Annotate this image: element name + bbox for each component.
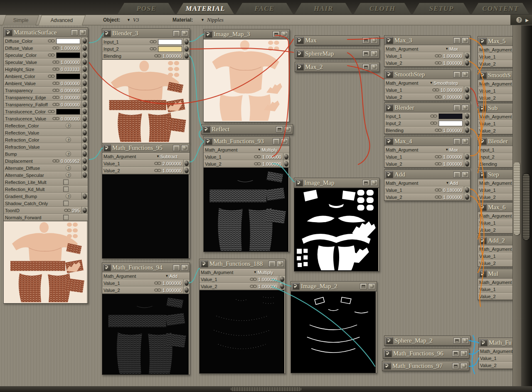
param-row[interactable]: Blending1.000000 — [384, 127, 470, 134]
plug-connector[interactable] — [183, 52, 190, 59]
plug-connector[interactable] — [81, 129, 88, 136]
plug-connector[interactable] — [81, 73, 88, 80]
tab-simple-view[interactable]: Simple — [2, 15, 39, 25]
node-math-functions-95[interactable]: Math_Functions_95Math_Argument▼SubtractV… — [102, 143, 190, 259]
tab-pose[interactable]: POSE — [118, 3, 175, 14]
node-arrow-icon[interactable] — [479, 38, 487, 45]
node-image-map[interactable]: Image_Map — [294, 178, 379, 272]
plug-connector[interactable] — [464, 113, 470, 120]
node-arrow-icon[interactable] — [296, 37, 304, 44]
node-arrow-icon[interactable] — [202, 126, 210, 133]
node-header[interactable]: Image_Map_3 — [204, 29, 289, 39]
argument-dropdown[interactable]: ▼Multiply — [258, 147, 278, 152]
node-reflect[interactable]: Reflect — [201, 124, 293, 135]
node-arrow-icon[interactable] — [296, 64, 304, 71]
plug-connector[interactable] — [81, 143, 88, 150]
preview-toggle-icon[interactable] — [461, 350, 468, 357]
param-row[interactable]: Math_Argument▼Add — [384, 179, 470, 186]
node-header[interactable]: SmoothStep — [384, 70, 470, 79]
preview-toggle-icon[interactable] — [462, 105, 469, 111]
argument-dropdown[interactable]: ▼Multiply — [254, 270, 274, 275]
param-row[interactable]: Math_Argument▼Multiply — [204, 146, 289, 153]
node-arrow-icon[interactable] — [479, 237, 487, 244]
param-row[interactable]: Reflection_Color? — [4, 122, 88, 129]
param-row[interactable]: Alternate_Diffuse? — [4, 164, 88, 172]
node-arrow-icon[interactable] — [204, 138, 212, 145]
plug-connector[interactable] — [464, 127, 470, 134]
param-row[interactable]: Input_1 — [102, 38, 190, 45]
plug-connector[interactable] — [81, 193, 88, 200]
vertical-scrollbar[interactable] — [512, 25, 521, 386]
color-swatch[interactable] — [56, 52, 80, 58]
param-value[interactable]: 1.000000 — [443, 61, 462, 66]
param-value[interactable]: 0.033333 — [61, 67, 80, 72]
preview-toggle-icon[interactable] — [462, 71, 469, 78]
param-value[interactable]: 1.000000 — [163, 168, 182, 173]
preview-toggle-icon[interactable] — [462, 172, 469, 178]
plug-connector[interactable] — [283, 153, 289, 160]
node-arrow-icon[interactable] — [295, 179, 303, 186]
node-arrow-icon[interactable] — [385, 37, 393, 44]
param-row[interactable]: Displacement0.005952 — [4, 157, 88, 164]
param-value[interactable]: 1.000000 — [61, 60, 80, 65]
param-row[interactable]: Math_Argument▼Max — [384, 45, 470, 52]
preview-toggle-icon[interactable] — [277, 261, 284, 267]
plug-connector[interactable] — [183, 45, 190, 52]
material-value[interactable]: Nipples — [207, 17, 224, 23]
param-row[interactable]: Input_2 — [102, 45, 190, 52]
node-image-map-3[interactable]: Image_Map_3 — [203, 29, 290, 122]
param-row[interactable]: Highlight_Size0.033333 — [4, 66, 88, 73]
window-icon[interactable] — [452, 350, 459, 357]
preview-toggle-icon[interactable] — [371, 64, 378, 70]
window-icon[interactable] — [362, 64, 369, 70]
node-arrow-icon[interactable] — [385, 104, 393, 111]
plug-connector[interactable] — [464, 186, 470, 194]
param-row[interactable]: Math_Argument▼Smoothstep — [384, 79, 470, 86]
preview-toggle-icon[interactable] — [462, 138, 469, 145]
node-header[interactable]: Blender_3 — [102, 29, 190, 38]
node-header[interactable]: Math_Functions_97 — [382, 361, 469, 371]
preview-toggle-icon[interactable] — [462, 37, 469, 44]
preview-toggle-icon[interactable] — [181, 265, 188, 271]
param-value[interactable]: 1.000000 — [258, 277, 277, 282]
plug-connector[interactable] — [81, 164, 88, 172]
argument-dropdown[interactable]: ▼Subtract — [156, 154, 179, 159]
node-arrow-icon[interactable] — [296, 50, 304, 57]
node-smoothstep[interactable]: SmoothStepMath_Argument▼SmoothstepValue_… — [384, 69, 470, 101]
tab-face[interactable]: FACE — [236, 3, 293, 14]
tab-cloth[interactable]: CLOTH — [354, 3, 411, 14]
node-arrow-icon[interactable] — [385, 337, 393, 344]
param-row[interactable]: Value_11.000000 — [384, 52, 470, 59]
param-row[interactable]: Value_11.000000 — [384, 153, 470, 160]
param-row[interactable]: Math_Argument▼Max — [384, 146, 470, 153]
argument-dropdown[interactable]: ▼Max — [445, 47, 459, 51]
shader-node-canvas[interactable]: MatmaticSurfaceDiffuse_ColorDiffuse_Valu… — [0, 25, 532, 386]
node-math-functions-97[interactable]: Math_Functions_97 — [382, 361, 469, 371]
node-arrow-icon[interactable] — [479, 138, 487, 145]
param-row[interactable]: Math_Argument▼Add — [102, 272, 190, 279]
node-header[interactable]: Image_Map_2 — [291, 282, 377, 291]
tab-advanced-view[interactable]: Advanced — [38, 15, 86, 25]
plug-connector[interactable] — [464, 120, 470, 127]
param-row[interactable]: Specular_Value1.000000 — [4, 59, 88, 66]
param-row[interactable]: Diffuse_Color — [4, 37, 88, 44]
argument-dropdown[interactable]: ▼Max — [445, 147, 459, 152]
color-swatch[interactable] — [438, 113, 463, 119]
node-header[interactable]: Max_2 — [295, 62, 379, 72]
node-image-map-2[interactable]: Image_Map_2 — [291, 281, 377, 373]
node-spheremap[interactable]: SphereMap — [295, 49, 379, 59]
node-header[interactable]: Math_Functions_95 — [102, 143, 190, 153]
plug-connector[interactable] — [183, 38, 190, 45]
param-row[interactable]: Value_21.000000 — [200, 283, 285, 290]
plug-connector[interactable] — [81, 115, 88, 122]
param-row[interactable]: ToonID295 — [4, 207, 88, 214]
node-arrow-icon[interactable] — [385, 71, 393, 78]
param-row[interactable]: Value_11.000000 — [200, 276, 285, 283]
node-header[interactable]: Math_Functions_93 — [204, 137, 289, 146]
argument-dropdown[interactable]: ▼Smoothstep — [429, 81, 459, 86]
plug-connector[interactable] — [183, 279, 190, 287]
menu-icon[interactable] — [453, 138, 461, 145]
checkbox[interactable] — [63, 186, 69, 192]
plug-connector[interactable] — [81, 157, 88, 164]
param-row[interactable]: Reflection_Value — [4, 129, 88, 136]
